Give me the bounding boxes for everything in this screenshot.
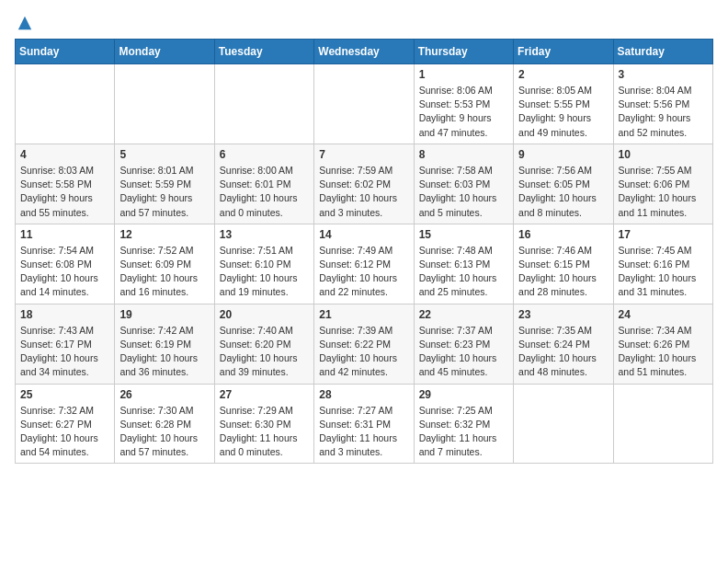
day-number: 21 xyxy=(319,308,408,321)
day-info: Sunrise: 7:58 AMSunset: 6:03 PMDaylight:… xyxy=(419,164,508,220)
day-info: Sunrise: 7:55 AMSunset: 6:06 PMDaylight:… xyxy=(619,164,708,220)
day-number: 22 xyxy=(419,308,508,321)
day-number: 11 xyxy=(20,228,109,241)
day-cell: 26Sunrise: 7:30 AMSunset: 6:28 PMDayligh… xyxy=(115,384,214,464)
day-cell: 1Sunrise: 8:06 AMSunset: 5:53 PMDaylight… xyxy=(414,64,513,144)
day-info: Sunrise: 7:27 AMSunset: 6:31 PMDaylight:… xyxy=(319,404,408,460)
day-info: Sunrise: 8:04 AMSunset: 5:56 PMDaylight:… xyxy=(619,84,708,140)
day-info: Sunrise: 7:40 AMSunset: 6:20 PMDaylight:… xyxy=(220,324,309,380)
day-number: 3 xyxy=(619,68,708,81)
header-monday: Monday xyxy=(115,40,214,64)
day-number: 19 xyxy=(119,308,209,321)
day-info: Sunrise: 7:42 AMSunset: 6:19 PMDaylight:… xyxy=(119,324,209,380)
day-info: Sunrise: 7:45 AMSunset: 6:16 PMDaylight:… xyxy=(619,244,708,300)
day-info: Sunrise: 8:06 AMSunset: 5:53 PMDaylight:… xyxy=(419,84,508,140)
day-info: Sunrise: 7:56 AMSunset: 6:05 PMDaylight:… xyxy=(518,164,608,220)
day-number: 5 xyxy=(119,148,209,161)
header-friday: Friday xyxy=(514,40,613,64)
day-number: 12 xyxy=(119,228,209,241)
day-number: 4 xyxy=(20,148,109,161)
week-row-1: 1Sunrise: 8:06 AMSunset: 5:53 PMDaylight… xyxy=(16,64,713,144)
day-info: Sunrise: 8:01 AMSunset: 5:59 PMDaylight:… xyxy=(119,164,209,220)
day-cell: 7Sunrise: 7:59 AMSunset: 6:02 PMDaylight… xyxy=(314,144,414,224)
day-cell: 29Sunrise: 7:25 AMSunset: 6:32 PMDayligh… xyxy=(414,384,513,464)
day-cell: 25Sunrise: 7:32 AMSunset: 6:27 PMDayligh… xyxy=(16,384,115,464)
day-cell: 12Sunrise: 7:52 AMSunset: 6:09 PMDayligh… xyxy=(115,224,214,304)
day-cell: 15Sunrise: 7:48 AMSunset: 6:13 PMDayligh… xyxy=(414,224,513,304)
svg-marker-0 xyxy=(18,17,31,29)
day-info: Sunrise: 7:32 AMSunset: 6:27 PMDaylight:… xyxy=(20,404,109,460)
day-cell: 28Sunrise: 7:27 AMSunset: 6:31 PMDayligh… xyxy=(314,384,414,464)
day-cell: 27Sunrise: 7:29 AMSunset: 6:30 PMDayligh… xyxy=(214,384,313,464)
day-cell: 2Sunrise: 8:05 AMSunset: 5:55 PMDaylight… xyxy=(514,64,613,144)
day-info: Sunrise: 7:39 AMSunset: 6:22 PMDaylight:… xyxy=(319,324,408,380)
day-number: 29 xyxy=(419,388,508,401)
day-info: Sunrise: 8:05 AMSunset: 5:55 PMDaylight:… xyxy=(518,84,608,140)
calendar-header-row: SundayMondayTuesdayWednesdayThursdayFrid… xyxy=(16,40,713,64)
day-info: Sunrise: 7:54 AMSunset: 6:08 PMDaylight:… xyxy=(20,244,109,300)
day-info: Sunrise: 7:48 AMSunset: 6:13 PMDaylight:… xyxy=(419,244,508,300)
week-row-3: 11Sunrise: 7:54 AMSunset: 6:08 PMDayligh… xyxy=(16,224,713,304)
day-cell: 10Sunrise: 7:55 AMSunset: 6:06 PMDayligh… xyxy=(613,144,712,224)
day-cell: 21Sunrise: 7:39 AMSunset: 6:22 PMDayligh… xyxy=(314,304,414,384)
day-info: Sunrise: 7:35 AMSunset: 6:24 PMDaylight:… xyxy=(518,324,608,380)
day-cell xyxy=(514,384,613,464)
day-number: 23 xyxy=(518,308,608,321)
day-number: 17 xyxy=(619,228,708,241)
header-saturday: Saturday xyxy=(613,40,712,64)
day-number: 25 xyxy=(20,388,109,401)
day-cell: 6Sunrise: 8:00 AMSunset: 6:01 PMDaylight… xyxy=(214,144,313,224)
header-sunday: Sunday xyxy=(16,40,115,64)
day-info: Sunrise: 7:51 AMSunset: 6:10 PMDaylight:… xyxy=(220,244,309,300)
day-number: 13 xyxy=(220,228,309,241)
logo xyxy=(15,15,33,28)
page-header xyxy=(15,15,713,28)
day-number: 2 xyxy=(518,68,608,81)
day-number: 1 xyxy=(419,68,508,81)
day-cell xyxy=(314,64,414,144)
day-cell xyxy=(613,384,712,464)
day-number: 8 xyxy=(419,148,508,161)
day-number: 16 xyxy=(518,228,608,241)
day-number: 26 xyxy=(119,388,209,401)
day-number: 6 xyxy=(220,148,309,161)
day-info: Sunrise: 7:59 AMSunset: 6:02 PMDaylight:… xyxy=(319,164,408,220)
day-cell: 22Sunrise: 7:37 AMSunset: 6:23 PMDayligh… xyxy=(414,304,513,384)
day-number: 27 xyxy=(220,388,309,401)
day-info: Sunrise: 7:34 AMSunset: 6:26 PMDaylight:… xyxy=(619,324,708,380)
day-info: Sunrise: 7:49 AMSunset: 6:12 PMDaylight:… xyxy=(319,244,408,300)
day-cell: 16Sunrise: 7:46 AMSunset: 6:15 PMDayligh… xyxy=(514,224,613,304)
day-info: Sunrise: 7:37 AMSunset: 6:23 PMDaylight:… xyxy=(419,324,508,380)
day-info: Sunrise: 7:43 AMSunset: 6:17 PMDaylight:… xyxy=(20,324,109,380)
day-cell: 20Sunrise: 7:40 AMSunset: 6:20 PMDayligh… xyxy=(214,304,313,384)
week-row-2: 4Sunrise: 8:03 AMSunset: 5:58 PMDaylight… xyxy=(16,144,713,224)
logo-icon xyxy=(17,15,33,31)
day-cell: 4Sunrise: 8:03 AMSunset: 5:58 PMDaylight… xyxy=(16,144,115,224)
day-cell: 19Sunrise: 7:42 AMSunset: 6:19 PMDayligh… xyxy=(115,304,214,384)
day-info: Sunrise: 7:52 AMSunset: 6:09 PMDaylight:… xyxy=(119,244,209,300)
day-number: 14 xyxy=(319,228,408,241)
header-tuesday: Tuesday xyxy=(214,40,313,64)
day-number: 9 xyxy=(518,148,608,161)
day-number: 18 xyxy=(20,308,109,321)
day-info: Sunrise: 7:29 AMSunset: 6:30 PMDaylight:… xyxy=(220,404,309,460)
day-cell: 23Sunrise: 7:35 AMSunset: 6:24 PMDayligh… xyxy=(514,304,613,384)
week-row-5: 25Sunrise: 7:32 AMSunset: 6:27 PMDayligh… xyxy=(16,384,713,464)
day-number: 10 xyxy=(619,148,708,161)
day-info: Sunrise: 8:03 AMSunset: 5:58 PMDaylight:… xyxy=(20,164,109,220)
day-cell: 24Sunrise: 7:34 AMSunset: 6:26 PMDayligh… xyxy=(613,304,712,384)
day-number: 20 xyxy=(220,308,309,321)
day-cell: 9Sunrise: 7:56 AMSunset: 6:05 PMDaylight… xyxy=(514,144,613,224)
day-cell xyxy=(115,64,214,144)
day-cell: 17Sunrise: 7:45 AMSunset: 6:16 PMDayligh… xyxy=(613,224,712,304)
day-info: Sunrise: 8:00 AMSunset: 6:01 PMDaylight:… xyxy=(220,164,309,220)
day-cell: 13Sunrise: 7:51 AMSunset: 6:10 PMDayligh… xyxy=(214,224,313,304)
day-info: Sunrise: 7:46 AMSunset: 6:15 PMDaylight:… xyxy=(518,244,608,300)
header-wednesday: Wednesday xyxy=(314,40,414,64)
day-cell: 11Sunrise: 7:54 AMSunset: 6:08 PMDayligh… xyxy=(16,224,115,304)
day-info: Sunrise: 7:25 AMSunset: 6:32 PMDaylight:… xyxy=(419,404,508,460)
day-cell xyxy=(214,64,313,144)
day-cell: 14Sunrise: 7:49 AMSunset: 6:12 PMDayligh… xyxy=(314,224,414,304)
calendar-table: SundayMondayTuesdayWednesdayThursdayFrid… xyxy=(15,39,713,464)
day-number: 15 xyxy=(419,228,508,241)
